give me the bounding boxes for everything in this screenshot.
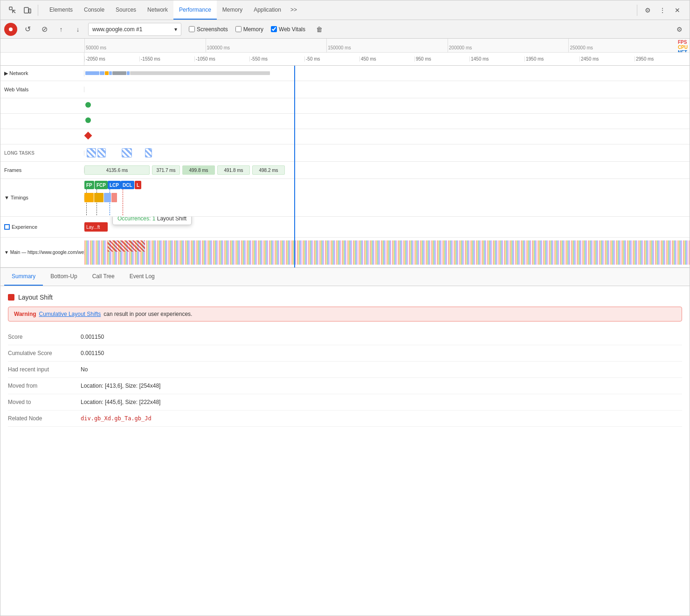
cpu-label: CPU <box>678 45 688 50</box>
frame-seg-2[interactable]: 499.8 ms <box>182 165 215 175</box>
record-button[interactable] <box>4 23 17 36</box>
timing-bars <box>84 193 145 207</box>
timing-dcl[interactable]: DCL <box>121 181 134 189</box>
bottom-tab-bottom-up[interactable]: Bottom-Up <box>43 268 84 286</box>
url-dropdown-icon: ▾ <box>174 26 177 33</box>
red-diamond[interactable] <box>84 132 92 140</box>
detail-key-related-node: Related Node <box>8 415 73 422</box>
clear-button[interactable]: ⊘ <box>38 23 51 36</box>
web-vitals-checkbox-label[interactable]: Web Vitals <box>271 26 305 33</box>
web-vitals-checkbox[interactable] <box>271 26 277 32</box>
tab-elements[interactable]: Elements <box>44 0 78 20</box>
tab-sources[interactable]: Sources <box>110 0 142 20</box>
tab-bar-right: ⚙ ⋮ ✕ <box>635 4 688 17</box>
detail-row-moved-to: Moved to Location: [445,6], Size: [222x4… <box>8 394 682 411</box>
timing-fp[interactable]: FP <box>84 181 94 189</box>
green-dot-2[interactable] <box>85 117 91 123</box>
tab-overflow[interactable]: >> <box>287 0 301 20</box>
screenshots-checkbox[interactable] <box>189 26 195 32</box>
recording-bar: ↺ ⊘ ↑ ↓ www.google.com #1 ▾ Screenshots … <box>0 20 690 39</box>
diamond-row-content <box>84 129 690 144</box>
trash-button[interactable]: 🗑 <box>313 23 326 36</box>
ruler-mark-0: 50000 ms <box>84 39 206 52</box>
timing-fcp[interactable]: FCP <box>95 181 108 189</box>
time-mark-3: -550 ms <box>249 56 304 62</box>
detail-value-moved-to: Location: [445,6], Size: [222x48] <box>81 399 160 405</box>
time-markers-row: -2050 ms -1550 ms -1050 ms -550 ms -50 m… <box>0 53 690 66</box>
tooltip-event-label: Layout Shift <box>157 217 186 222</box>
url-select[interactable]: www.google.com #1 ▾ <box>88 23 181 36</box>
timing-lcp[interactable]: LCP <box>108 181 121 189</box>
memory-checkbox-label[interactable]: Memory <box>235 26 263 33</box>
web-vitals-row: Web Vitals <box>0 81 690 98</box>
flame-strip <box>84 240 690 265</box>
screenshots-checkbox-label[interactable]: Screenshots <box>189 26 228 33</box>
memory-checkbox[interactable] <box>235 26 242 32</box>
main-red-area <box>108 240 145 252</box>
long-task-4[interactable] <box>145 148 152 157</box>
frame-seg-0[interactable]: 4135.6 ms <box>84 165 150 175</box>
net-label: NET <box>678 50 688 53</box>
ruler-mark-1: 100000 ms <box>206 39 327 52</box>
experience-content: Lay...ft Occurrences: 1 Layout Shift <box>84 217 690 237</box>
reload-button[interactable]: ↺ <box>21 23 34 36</box>
long-task-1[interactable] <box>87 148 96 157</box>
tooltip-occurrences-label: Occurrences: <box>117 217 151 222</box>
long-tasks-row: LONG TASKS <box>0 144 690 162</box>
frame-seg-3[interactable]: 491.8 ms <box>217 165 250 175</box>
dot-row-2 <box>0 114 690 129</box>
settings-button[interactable]: ⚙ <box>641 4 654 17</box>
bottom-tab-summary[interactable]: Summary <box>4 268 43 286</box>
detail-value-related-node[interactable]: div.gb_Xd.gb_Ta.gb_Jd <box>81 415 152 422</box>
long-task-2[interactable] <box>97 148 106 157</box>
device-toolbar-button[interactable] <box>21 4 34 17</box>
bottom-tab-call-tree[interactable]: Call Tree <box>85 268 122 286</box>
tab-performance[interactable]: Performance <box>173 0 217 20</box>
main-thread-label: ▼ Main — https://www.google.com/webhp?hl… <box>0 250 84 255</box>
time-mark-5: 450 ms <box>359 56 414 62</box>
time-mark-7: 1450 ms <box>469 56 524 62</box>
more-options-button[interactable]: ⋮ <box>656 4 669 17</box>
fps-label: FPS <box>678 40 688 45</box>
time-markers-label <box>0 53 84 65</box>
svg-rect-2 <box>29 9 31 13</box>
tab-memory[interactable]: Memory <box>217 0 248 20</box>
download-button[interactable]: ↓ <box>71 23 84 36</box>
tab-network[interactable]: Network <box>142 0 173 20</box>
tab-console[interactable]: Console <box>78 0 110 20</box>
experience-icon <box>4 224 10 230</box>
detail-title: Layout Shift <box>8 294 682 301</box>
green-dot-1[interactable] <box>85 102 91 108</box>
detail-row-cumulative-score: Cumulative Score 0.001150 <box>8 345 682 362</box>
timings-label[interactable]: ▼ Timings <box>0 195 84 200</box>
fps-legend: FPS CPU NET <box>676 39 690 53</box>
frame-seg-1[interactable]: 371.7 ms <box>152 165 180 175</box>
capture-settings-button[interactable]: ⚙ <box>673 23 686 36</box>
bottom-tabs: Summary Bottom-Up Call Tree Event Log <box>0 267 690 286</box>
frame-seg-4[interactable]: 498.2 ms <box>252 165 285 175</box>
bottom-tab-event-log[interactable]: Event Log <box>122 268 162 286</box>
detail-value-recent-input: No <box>81 366 88 373</box>
main-thread-content[interactable] <box>84 239 690 267</box>
tabs: Elements Console Sources Network Perform… <box>44 0 301 20</box>
detail-row-score: Score 0.001150 <box>8 329 682 345</box>
detail-row-moved-from: Moved from Location: [413,6], Size: [254… <box>8 378 682 394</box>
detail-title-text: Layout Shift <box>18 294 53 301</box>
timing-l[interactable]: L <box>135 181 141 189</box>
experience-block[interactable]: Lay...ft <box>84 222 108 232</box>
tab-bar-icons <box>2 4 44 17</box>
checkbox-group: Screenshots Memory Web Vitals 🗑 <box>189 23 326 36</box>
tab-application[interactable]: Application <box>248 0 287 20</box>
long-task-3[interactable] <box>122 148 132 157</box>
element-picker-button[interactable] <box>6 4 19 17</box>
warning-link[interactable]: Cumulative Layout Shifts <box>39 311 101 317</box>
time-mark-2: -1050 ms <box>194 56 249 62</box>
network-label[interactable]: ▶ Network <box>0 70 84 76</box>
memory-label: Memory <box>243 26 263 33</box>
upload-button[interactable]: ↑ <box>55 23 68 36</box>
ruler-mark-4: 250000 ms <box>568 39 690 52</box>
network-content[interactable] <box>84 66 690 81</box>
devtools-shell: Elements Console Sources Network Perform… <box>0 0 690 616</box>
close-devtools-button[interactable]: ✕ <box>671 4 684 17</box>
timings-row: ▼ Timings FP FCP LCP DCL L <box>0 179 690 217</box>
